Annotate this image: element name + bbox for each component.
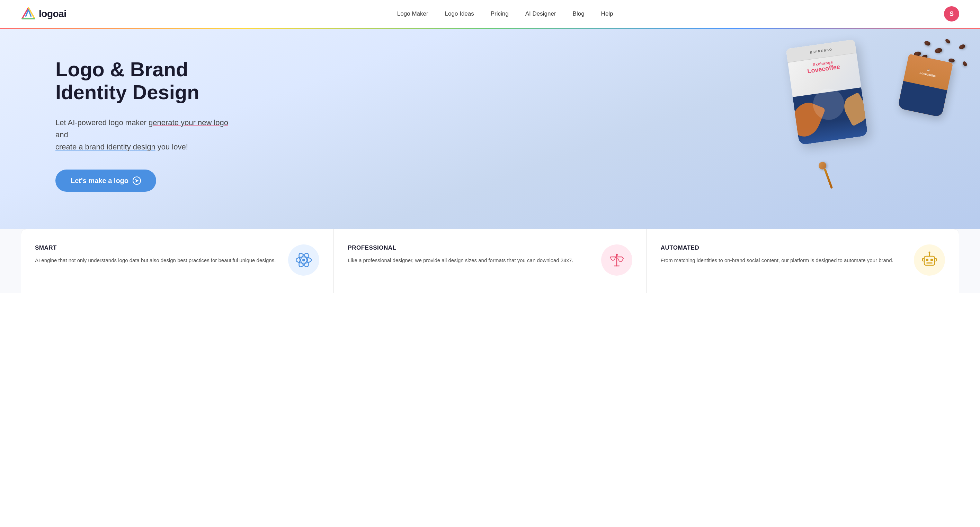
svg-point-8 (616, 254, 618, 256)
nav-blog[interactable]: Blog (573, 10, 584, 17)
bean-10 (962, 61, 967, 67)
feature-professional-icon-wrap (601, 244, 632, 276)
subtitle-link-generate[interactable]: generate your new logo (148, 118, 228, 127)
nav-pricing[interactable]: Pricing (491, 10, 509, 17)
hero-cta-icon: ➤ (133, 176, 141, 185)
hero-content: Logo & Brand Identity Design Let AI-powe… (0, 58, 235, 192)
feature-automated-icon-wrap (914, 244, 945, 276)
atom-icon (294, 251, 313, 269)
subtitle-text-3: you love! (156, 142, 188, 151)
nav-logo-ideas[interactable]: Logo Ideas (445, 10, 474, 17)
feature-automated-desc: From matching identities to on-brand soc… (661, 256, 907, 265)
nav-ai-designer[interactable]: AI Designer (525, 10, 556, 17)
hero-cta-label: Let's make a logo (71, 177, 129, 185)
svg-rect-20 (935, 258, 936, 261)
feature-automated: AUTOMATED From matching identities to on… (646, 229, 959, 293)
hero-visual: ESPRESSO Exchange Lovecoffee (441, 28, 980, 229)
scale-icon (608, 251, 626, 269)
feature-smart-icon-wrap (288, 244, 319, 276)
hero-title: Logo & Brand Identity Design (56, 58, 235, 104)
user-avatar[interactable]: S (944, 6, 959, 21)
feature-professional-desc: Like a professional designer, we provide… (348, 256, 594, 265)
coffee-bag-mockup: ESPRESSO Exchange Lovecoffee (786, 40, 868, 145)
feature-professional-text: PROFESSIONAL Like a professional designe… (348, 244, 594, 265)
svg-rect-13 (924, 256, 935, 265)
nav-help[interactable]: Help (601, 10, 613, 17)
logo-text: logoai (39, 8, 66, 19)
subtitle-text-1: Let AI-powered logo maker (56, 118, 148, 127)
svg-rect-18 (926, 262, 932, 264)
subtitle-link-brand[interactable]: create a brand identity design (56, 142, 156, 151)
svg-line-10 (622, 257, 623, 258)
feature-smart: SMART AI engine that not only understand… (21, 229, 334, 293)
feature-professional: PROFESSIONAL Like a professional designe… (334, 229, 646, 293)
feature-automated-text: AUTOMATED From matching identities to on… (661, 244, 907, 265)
feature-professional-title: PROFESSIONAL (348, 244, 594, 251)
svg-point-15 (928, 252, 930, 254)
nav-links: Logo Maker Logo Ideas Pricing AI Designe… (397, 10, 613, 18)
feature-smart-text: SMART AI engine that not only understand… (35, 244, 281, 265)
svg-point-5 (302, 259, 305, 262)
logo-link[interactable]: logoai (21, 6, 66, 21)
hero-cta-button[interactable]: Let's make a logo ➤ (56, 169, 156, 192)
svg-rect-16 (926, 259, 928, 261)
coffee-spoon (820, 161, 834, 188)
bean-3 (945, 38, 951, 45)
bean-7 (958, 44, 966, 50)
feature-smart-title: SMART (35, 244, 281, 251)
bean-2 (934, 47, 943, 54)
robot-icon (920, 251, 939, 269)
svg-rect-19 (923, 258, 924, 261)
feature-smart-desc: AI engine that not only understands logo… (35, 256, 281, 265)
hero-section: Logo & Brand Identity Design Let AI-powe… (0, 28, 980, 229)
subtitle-text-2: and (56, 130, 68, 139)
features-section: SMART AI engine that not only understand… (0, 229, 980, 293)
feature-automated-title: AUTOMATED (661, 244, 907, 251)
bean-1 (924, 40, 931, 46)
bag-leaf2 (840, 92, 868, 126)
bag-pattern (793, 87, 868, 145)
logo-icon (21, 6, 36, 21)
svg-rect-17 (931, 259, 933, 261)
coffee-cup-mockup: ☕ Lovecoffee (903, 58, 948, 127)
hero-subtitle: Let AI-powered logo maker generate your … (56, 117, 235, 153)
nav-logo-maker[interactable]: Logo Maker (397, 10, 428, 17)
cup-label: ☕ Lovecoffee (919, 67, 937, 78)
navbar: logoai Logo Maker Logo Ideas Pricing AI … (0, 0, 980, 28)
cup-pattern (897, 81, 947, 117)
